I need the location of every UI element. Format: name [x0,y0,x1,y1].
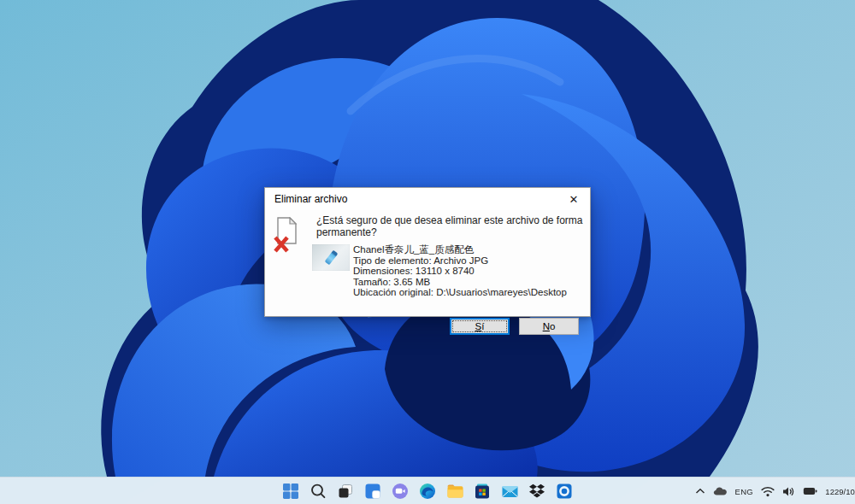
microsoft-store-icon [474,483,491,500]
search-icon [310,483,327,500]
battery-icon [803,487,817,495]
delete-file-dialog: Eliminar archivo ✕ ¿Está seguro de que d… [264,187,591,317]
file-location: Ubicación original: D:\Usuarios\mareyes\… [353,287,567,298]
blue-ring-app-icon [556,483,573,500]
file-name: Chanel香奈儿_蓝_质感配色 [353,244,567,255]
search-button[interactable] [308,480,328,502]
chevron-up-icon [695,487,705,495]
file-details: Chanel香奈儿_蓝_质感配色 Tipo de elemento: Archi… [353,244,567,298]
blue-ring-app-button[interactable] [554,480,575,502]
start-button[interactable] [280,480,301,502]
volume-button[interactable] [781,480,796,502]
dialog-buttons: Sí No [265,318,579,335]
edge-button[interactable] [417,480,438,502]
task-view-button[interactable] [335,480,356,502]
dialog-titlebar[interactable]: Eliminar archivo ✕ [265,188,590,210]
language-indicator[interactable]: ENG [734,480,755,502]
taskbar: ENG 12 29/10/2 [0,477,855,504]
file-type: Tipo de elemento: Archivo JPG [353,255,567,267]
wifi-icon [761,486,775,497]
file-explorer-icon [446,483,464,500]
yes-button[interactable]: Sí [450,318,510,335]
file-thumbnail [312,244,350,271]
file-info-row: Chanel香奈儿_蓝_质感配色 Tipo de elemento: Archi… [312,244,580,298]
file-explorer-button[interactable] [445,480,465,502]
dropbox-button[interactable] [527,480,547,502]
dialog-question: ¿Está seguro de que desea eliminar este … [316,214,592,238]
system-tray: ENG 12 29/10/2 [694,478,855,504]
edge-icon [419,483,436,500]
microsoft-store-button[interactable] [472,480,492,502]
clock[interactable]: 12 29/10/2 [824,480,855,502]
dropbox-icon [528,483,545,500]
onedrive-cloud-icon [713,486,728,496]
clock-time: 12 [825,487,834,496]
taskbar-center-icons [280,478,575,504]
thumbnail-bottle-image [325,250,339,266]
teams-chat-button[interactable] [390,480,410,502]
widgets-icon [364,483,381,500]
mail-button[interactable] [499,480,520,502]
speaker-icon [782,486,795,497]
task-view-icon [337,483,354,500]
wifi-button[interactable] [760,480,775,502]
file-size: Tamaño: 3.65 MB [353,277,567,288]
dialog-body: ¿Está seguro de que desea eliminar este … [265,210,590,298]
no-button[interactable]: No [519,318,579,335]
onedrive-button[interactable] [712,480,728,502]
battery-button[interactable] [802,480,818,502]
widgets-button[interactable] [363,480,383,502]
mail-icon [501,483,519,500]
hidden-icons-chevron[interactable] [694,480,706,502]
windows-start-icon [282,483,299,500]
delete-file-icon [273,217,302,256]
clock-date: 29/10/2 [834,487,855,496]
close-icon[interactable]: ✕ [557,189,590,210]
teams-chat-icon [392,483,409,500]
dialog-title: Eliminar archivo [274,193,557,205]
file-dimensions: Dimensiones: 13110 x 8740 [353,266,567,277]
